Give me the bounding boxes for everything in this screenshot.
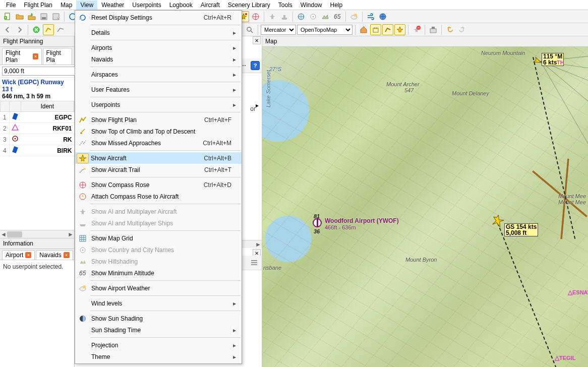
menuitem-reset-display-settings[interactable]: Reset Display SettingsCtrl+Alt+R xyxy=(75,12,242,23)
save-as-icon[interactable] xyxy=(50,11,62,22)
menuitem-show-flight-plan[interactable]: Show Flight PlanCtrl+Alt+F xyxy=(75,114,242,126)
goto-home-icon[interactable] xyxy=(370,24,381,35)
open-folder-icon[interactable] xyxy=(14,11,25,22)
menuitem-show-compass-rose[interactable]: Show Compass RoseCtrl+Alt+D xyxy=(75,179,242,191)
wind-icon[interactable] xyxy=(365,11,376,22)
fix-marker[interactable]: TH xyxy=(557,59,564,66)
menuitem-show-aircraft-trail[interactable]: Show Aircraft TrailCtrl+Alt+T xyxy=(75,164,242,175)
menu-window[interactable]: Window xyxy=(297,1,326,10)
menuitem-show-map-grid[interactable]: Show Map Grid xyxy=(75,232,242,244)
save-map-icon[interactable] xyxy=(428,24,439,35)
col-ident[interactable]: Ident xyxy=(21,101,74,112)
projection-select[interactable]: Mercator xyxy=(261,25,296,35)
table-row[interactable]: 3RK xyxy=(1,134,74,145)
back-icon[interactable] xyxy=(2,24,13,35)
menuitem-projection[interactable]: Projection▸ xyxy=(75,339,242,351)
route-summary: 646 nm, 3 h 59 m xyxy=(2,93,72,100)
menuitem-theme[interactable]: Theme▸ xyxy=(75,351,242,362)
grid-icon[interactable] xyxy=(296,11,307,22)
menuitem-show-minimum-altitude[interactable]: 65Show Minimum Altitude xyxy=(75,267,242,279)
globe-icon[interactable] xyxy=(377,11,388,22)
help-icon[interactable]: ? xyxy=(251,61,260,70)
menuitem-show-aircraft[interactable]: Show AircraftCtrl+Alt+B xyxy=(75,152,242,164)
search-map-icon[interactable] xyxy=(244,24,255,35)
menuitem-user-features[interactable]: User Features▸ xyxy=(75,84,242,95)
menuitem-show-airport-weather[interactable]: Show Airport Weather xyxy=(75,282,242,294)
menuitem-show-sun-shading[interactable]: Show Sun Shading xyxy=(75,313,242,324)
adjust-route-icon[interactable] xyxy=(55,24,66,35)
menuitem-airports[interactable]: Airports▸ xyxy=(75,42,242,53)
menuitem-wind-levels[interactable]: Wind levels▸ xyxy=(75,297,242,309)
append-plan-icon[interactable] xyxy=(26,11,37,22)
menuitem-label: Show Minimum Altitude xyxy=(89,270,231,277)
forward-icon[interactable] xyxy=(14,24,25,35)
center-ac-icon[interactable] xyxy=(394,24,405,35)
menuitem-label: Show Compass Rose xyxy=(89,181,200,189)
menu-scenery-library[interactable]: Scenery Library xyxy=(224,1,274,10)
airport-marker[interactable] xyxy=(313,218,322,227)
menu-flight-plan[interactable]: Flight Plan xyxy=(20,1,56,10)
weather-icon[interactable] xyxy=(348,11,360,22)
save-icon[interactable] xyxy=(38,11,49,22)
menuitem-show-ai-and-multiplayer-aircraft: Show AI and Multiplayer Aircraft xyxy=(75,206,242,217)
redo-icon[interactable] xyxy=(456,24,467,35)
compass-icon[interactable] xyxy=(250,11,261,22)
menuitem-show-top-of-climb-and-top-of-descent[interactable]: Show Top of Climb and Top of Descent xyxy=(75,126,242,137)
center-route-icon[interactable] xyxy=(382,24,393,35)
map-label: risbane xyxy=(263,265,281,271)
menu-userpoints[interactable]: Userpoints xyxy=(128,1,165,10)
menuitem-navaids[interactable]: Navaids▸ xyxy=(75,53,242,65)
theme-select[interactable]: OpenTopoMap xyxy=(297,25,352,35)
minalt-icon[interactable]: 65 xyxy=(332,11,343,22)
compass2-icon xyxy=(76,193,89,201)
close-icon[interactable]: × xyxy=(33,53,38,59)
delete-ac-icon[interactable] xyxy=(411,24,422,35)
menu-weather[interactable]: Weather xyxy=(97,1,128,10)
menu-view[interactable]: View xyxy=(76,1,97,10)
menuitem-sun-shading-time[interactable]: Sun Shading Time▸ xyxy=(75,324,242,336)
menuitem-attach-compass-rose-to-aircraft[interactable]: Attach Compass Rose to Aircraft xyxy=(75,191,242,202)
hillshade-icon[interactable] xyxy=(320,11,331,22)
menu-help[interactable]: Help xyxy=(326,1,347,10)
menu-logbook[interactable]: Logbook xyxy=(165,1,197,10)
new-file-icon[interactable] xyxy=(2,11,13,22)
tab-flight-plan-2[interactable]: Flight Pla xyxy=(43,48,72,65)
hscrollbar[interactable]: ◄► xyxy=(0,230,74,238)
menu-file[interactable]: File xyxy=(2,1,20,10)
undo-icon[interactable] xyxy=(444,24,455,35)
svg-point-12 xyxy=(245,13,247,15)
tab-flight-plan[interactable]: Flight Plan× xyxy=(2,48,42,65)
map-label: Mount Delaney xyxy=(452,90,489,96)
names-icon[interactable] xyxy=(308,11,319,22)
menuitem-details[interactable]: Details▸ xyxy=(75,27,242,38)
table-row[interactable]: 4BIRK xyxy=(1,145,74,156)
tab-airport[interactable]: Airport× xyxy=(2,250,35,260)
delete-route-icon[interactable] xyxy=(31,24,42,35)
menu-map[interactable]: Map xyxy=(56,1,76,10)
table-row[interactable]: 2RKF01 xyxy=(1,123,74,134)
home-icon[interactable] xyxy=(358,24,369,35)
map-canvas[interactable]: Neurum Mountain Mount Archer 547 Mount D… xyxy=(262,47,588,367)
close-icon[interactable]: × xyxy=(64,252,70,258)
table-row[interactable]: 1EGPC xyxy=(1,112,74,123)
aircraft-data-box: GS 154 kts5,008 ft xyxy=(504,223,538,236)
list-icon[interactable] xyxy=(249,257,260,268)
route-icon xyxy=(76,116,89,124)
menu-tools[interactable]: Tools xyxy=(274,1,297,10)
svg-point-17 xyxy=(313,16,314,17)
ai-aircraft-icon[interactable] xyxy=(267,11,278,22)
tab-navaids[interactable]: Navaids× xyxy=(36,250,73,260)
close-icon[interactable]: × xyxy=(25,252,31,258)
menuitem-airspaces[interactable]: Airspaces▸ xyxy=(75,69,242,80)
menuitem-show-missed-approaches[interactable]: Show Missed ApproachesCtrl+Alt+M xyxy=(75,137,242,149)
map-label: Mount Archer xyxy=(386,81,420,87)
fix-marker[interactable]: △TEGIL xyxy=(555,354,575,361)
close-panel-icon[interactable]: ✕ xyxy=(253,36,261,44)
cruise-alt-input[interactable] xyxy=(2,67,82,76)
menu-aircraft[interactable]: Aircraft xyxy=(197,1,224,10)
ai-ship-icon[interactable] xyxy=(279,11,290,22)
calc-route-icon[interactable] xyxy=(43,24,54,35)
menuitem-userpoints[interactable]: Userpoints▸ xyxy=(75,99,242,110)
user-aircraft-icon[interactable] xyxy=(490,213,505,230)
fix-marker[interactable]: △ESNAV xyxy=(568,289,588,296)
